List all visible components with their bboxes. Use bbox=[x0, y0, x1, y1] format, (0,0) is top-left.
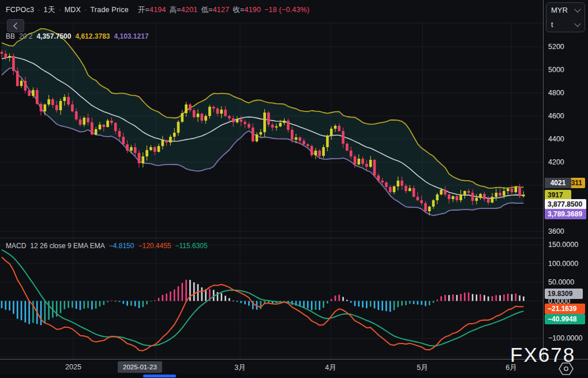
bbm-badge: 3,877.8500 bbox=[545, 199, 586, 209]
last-badge: 3917 bbox=[545, 190, 571, 200]
currency-value: MYR bbox=[551, 6, 568, 14]
scroll-thumb[interactable] bbox=[143, 375, 176, 377]
macd-hist-value: −4.8150 bbox=[109, 242, 134, 250]
bbl-badge: 3,789.3689 bbox=[545, 209, 586, 219]
macd-histogram bbox=[1, 280, 525, 325]
price-tick-label: 4600 bbox=[548, 112, 564, 120]
time-axis-label: 3月 bbox=[234, 363, 245, 373]
macd-line-value: −120.4455 bbox=[138, 242, 171, 250]
macd-tick-label: −100.0000 bbox=[548, 334, 582, 342]
exchange: MDX bbox=[65, 6, 81, 14]
macd-tick-label: 150.0000 bbox=[548, 241, 578, 249]
price-tick-label: 4800 bbox=[548, 89, 564, 97]
bb-lower-value: 4,103.1217 bbox=[114, 32, 149, 40]
time-axis-label: 2025 bbox=[65, 363, 81, 371]
trading-chart-app: FCPOc3 · 1天 · MDX · Trade Price 开=4194 高… bbox=[0, 0, 588, 378]
chevron-down-icon bbox=[574, 6, 580, 12]
price-tick-label: 4400 bbox=[548, 135, 564, 143]
close-value: 4190 bbox=[244, 6, 261, 14]
time-axis-label: 4月 bbox=[325, 363, 336, 373]
bottom-scroll-strip[interactable] bbox=[0, 374, 588, 378]
price-tick-label: 5000 bbox=[548, 66, 564, 74]
chevron-down-icon bbox=[574, 20, 580, 27]
macd-tick-label: 50.0000 bbox=[548, 278, 574, 286]
cross-badge: 4021 bbox=[545, 178, 571, 188]
low-label: 低= bbox=[201, 5, 212, 15]
bb-params: 20 2 bbox=[19, 32, 32, 40]
axis-settings-box: MYR t bbox=[546, 2, 585, 32]
macd-macd-badge: −21.1639 bbox=[545, 304, 585, 314]
crosshair-date-badge: 2025-01-23 bbox=[118, 361, 162, 373]
low-value: 4127 bbox=[213, 6, 230, 14]
unit-dropdown[interactable]: t bbox=[546, 17, 585, 32]
currency-dropdown[interactable]: MYR bbox=[546, 3, 585, 17]
macd-sig-badge: −40.9948 bbox=[545, 314, 585, 324]
macd-legend[interactable]: MACD 12 26 close 9 EMA EMA −4.8150 −120.… bbox=[6, 242, 208, 250]
open-value: 4194 bbox=[149, 6, 166, 14]
price-tick-label: 5200 bbox=[548, 43, 564, 51]
time-axis[interactable]: 2025-01-23 20252月3月4月5月6月 bbox=[0, 359, 588, 375]
logo-hexagon-icon[interactable] bbox=[557, 362, 575, 376]
price-tick-label: 4200 bbox=[548, 158, 564, 166]
bb-upper-value: 4,612.3783 bbox=[75, 32, 110, 40]
interval[interactable]: 1天 bbox=[44, 5, 55, 15]
macd-params: 12 26 close 9 EMA EMA bbox=[30, 242, 104, 250]
series-type: Trade Price bbox=[91, 6, 129, 14]
macd-tick-label: 100.0000 bbox=[548, 260, 578, 268]
macd-name: MACD bbox=[6, 242, 26, 250]
change-value: −18 (−0.43%) bbox=[264, 6, 309, 14]
back-button[interactable] bbox=[7, 19, 24, 32]
bb-basis-value: 4,357.7500 bbox=[36, 32, 71, 40]
bb-name: BB bbox=[6, 32, 15, 40]
unit-value: t bbox=[551, 20, 553, 29]
bollinger-legend[interactable]: BB 20 2 4,357.7500 4,612.3783 4,103.1217 bbox=[6, 32, 149, 40]
price-tick-label: 3600 bbox=[548, 227, 564, 235]
price-axis[interactable]: MYR t 52005000480046004400420036004,021.… bbox=[543, 0, 588, 374]
macd-signal-value: −115.6305 bbox=[175, 242, 208, 250]
open-label: 开= bbox=[138, 5, 149, 15]
high-label: 高= bbox=[170, 5, 181, 15]
chevron-left-icon bbox=[13, 23, 20, 29]
symbol-header[interactable]: FCPOc3 · 1天 · MDX · Trade Price 开=4194 高… bbox=[6, 5, 309, 15]
close-label: 收= bbox=[233, 5, 244, 15]
high-value: 4201 bbox=[181, 6, 198, 14]
chart-canvas[interactable] bbox=[0, 0, 588, 378]
time-axis-label: 5月 bbox=[417, 363, 428, 373]
symbol-name[interactable]: FCPOc3 bbox=[6, 6, 34, 14]
macd-hist-badge: 19.8309 bbox=[545, 289, 583, 299]
